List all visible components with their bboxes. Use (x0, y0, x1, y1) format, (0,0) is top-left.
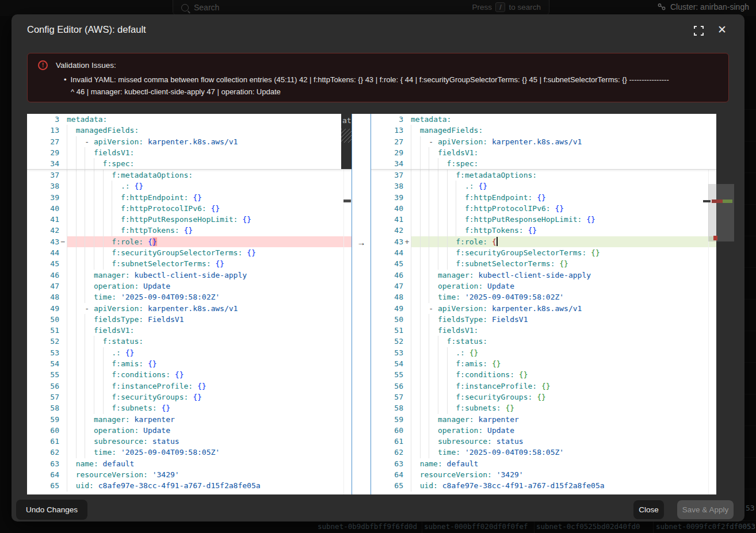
code-line-66[interactable]: 66spec: (27, 492, 352, 494)
diff-editor-sash[interactable]: → (352, 114, 371, 494)
code-line-50[interactable]: 50fieldsType: FieldsV1 (371, 314, 716, 325)
code-line-41[interactable]: 41f:httpPutResponseHopLimit: {} (371, 214, 716, 225)
code-line-45[interactable]: 45f:subnetSelectorTerms: {} (27, 258, 352, 269)
code-line-55[interactable]: 55f:conditions: {} (371, 369, 716, 380)
line-content[interactable]: f:role: {} (67, 236, 352, 247)
code-line-64[interactable]: 64resourceVersion: '3429' (27, 469, 352, 480)
line-content[interactable]: - apiVersion: karpenter.k8s.aws/v1 (67, 136, 352, 147)
line-content[interactable]: time: '2025-09-04T09:58:05Z' (411, 447, 716, 458)
scrollbar-slider[interactable] (708, 184, 716, 241)
code-line-47[interactable]: 47operation: Update (371, 281, 716, 292)
code-line-64[interactable]: 64resourceVersion: '3429' (371, 469, 716, 480)
line-content[interactable]: .: {} (67, 181, 352, 191)
code-line-46[interactable]: 46manager: kubectl-client-side-apply (371, 270, 716, 281)
code-line-57[interactable]: 57f:securityGroups: {} (371, 392, 716, 402)
line-content[interactable]: manager: karpenter (411, 414, 716, 425)
line-content[interactable]: manager: karpenter (67, 414, 352, 425)
line-content[interactable]: operation: Update (411, 281, 716, 292)
line-content[interactable]: metadata: (67, 114, 352, 125)
code-line-38[interactable]: 38.: {} (27, 181, 352, 191)
diff-original-pane[interactable]: 37f:metadataOptions:38.: {}39f:httpEndpo… (27, 114, 352, 494)
code-line-63[interactable]: 63name: default (371, 458, 716, 469)
line-content[interactable]: f:conditions: {} (411, 369, 716, 380)
code-line-44[interactable]: 44f:securityGroupSelectorTerms: {} (27, 247, 352, 258)
code-line-13[interactable]: 13managedFields: (371, 125, 716, 136)
line-content[interactable]: subresource: status (67, 436, 352, 447)
line-content[interactable]: f:conditions: {} (67, 369, 352, 380)
code-line-43[interactable]: 43−f:role: {} (27, 236, 352, 247)
line-content[interactable]: f:httpProtocolIPv6: {} (411, 203, 716, 214)
line-content[interactable]: f:httpTokens: {} (411, 225, 716, 236)
code-line-43[interactable]: 43+f:role: { (371, 236, 716, 247)
line-content[interactable]: f:instanceProfile: {} (67, 381, 352, 392)
code-line-46[interactable]: 46manager: kubectl-client-side-apply (27, 270, 352, 281)
code-line-42[interactable]: 42f:httpTokens: {} (27, 225, 352, 236)
line-content[interactable]: - apiVersion: karpenter.k8s.aws/v1 (67, 303, 352, 314)
line-content[interactable]: operation: Update (67, 281, 352, 292)
code-line-29[interactable]: 29fieldsV1: (371, 147, 716, 158)
line-content[interactable]: f:httpPutResponseHopLimit: {} (67, 214, 352, 225)
code-line-56[interactable]: 56f:instanceProfile: {} (27, 381, 352, 392)
code-line-42[interactable]: 42f:httpTokens: {} (371, 225, 716, 236)
line-content[interactable]: spec: (411, 492, 716, 494)
code-line-34[interactable]: 34f:spec: (27, 158, 352, 169)
code-line-29[interactable]: 29fieldsV1: (27, 147, 352, 158)
line-content[interactable]: fieldsType: FieldsV1 (411, 314, 716, 325)
fullscreen-icon[interactable] (694, 26, 704, 36)
code-line-45[interactable]: 45f:subnetSelectorTerms: {} (371, 258, 716, 269)
line-content[interactable]: uid: c8afe97e-38cc-4f91-a767-d15f2a8fe05… (67, 480, 352, 491)
code-line-66[interactable]: 66spec: (371, 492, 716, 494)
code-line-50[interactable]: 50fieldsType: FieldsV1 (27, 314, 352, 325)
line-content[interactable]: f:metadataOptions: (67, 170, 352, 181)
code-line-40[interactable]: 40f:httpProtocolIPv6: {} (371, 203, 716, 214)
code-line-47[interactable]: 47operation: Update (27, 281, 352, 292)
save-apply-button[interactable]: Save & Apply (677, 500, 734, 519)
code-line-53[interactable]: 53.: {} (27, 347, 352, 358)
code-line-49[interactable]: 49- apiVersion: karpenter.k8s.aws/v1 (371, 303, 716, 314)
line-content[interactable]: fieldsV1: (411, 147, 716, 158)
code-line-60[interactable]: 60operation: Update (27, 425, 352, 436)
code-line-44[interactable]: 44f:securityGroupSelectorTerms: {} (371, 247, 716, 258)
line-content[interactable]: f:instanceProfile: {} (411, 381, 716, 392)
code-line-40[interactable]: 40f:httpProtocolIPv6: {} (27, 203, 352, 214)
code-line-58[interactable]: 58f:subnets: {} (371, 402, 716, 413)
line-content[interactable]: f:amis: {} (67, 358, 352, 369)
line-content[interactable]: fieldsV1: (411, 325, 716, 336)
code-line-39[interactable]: 39f:httpEndpoint: {} (371, 192, 716, 203)
line-content[interactable]: managedFields: (67, 125, 352, 136)
code-line-51[interactable]: 51fieldsV1: (27, 325, 352, 336)
code-line-56[interactable]: 56f:instanceProfile: {} (371, 381, 716, 392)
code-line-51[interactable]: 51fieldsV1: (371, 325, 716, 336)
code-line-54[interactable]: 54f:amis: {} (27, 358, 352, 369)
revert-change-arrow-icon[interactable]: → (352, 237, 371, 248)
line-content[interactable]: time: '2025-09-04T09:58:02Z' (67, 292, 352, 302)
line-content[interactable]: f:amis: {} (411, 358, 716, 369)
line-content[interactable]: time: '2025-09-04T09:58:02Z' (411, 292, 716, 302)
code-line-52[interactable]: 52f:status: (371, 336, 716, 347)
line-content[interactable]: resourceVersion: '3429' (411, 469, 716, 480)
line-content[interactable]: manager: kubectl-client-side-apply (411, 270, 716, 281)
code-line-38[interactable]: 38.: {} (371, 181, 716, 191)
code-line-41[interactable]: 41f:httpPutResponseHopLimit: {} (27, 214, 352, 225)
line-content[interactable]: f:status: (67, 336, 352, 347)
code-line-52[interactable]: 52f:status: (27, 336, 352, 347)
line-content[interactable]: f:httpEndpoint: {} (411, 192, 716, 203)
line-content[interactable]: f:subnetSelectorTerms: {} (411, 258, 716, 269)
diff-modified-pane[interactable]: 37f:metadataOptions:38.: {}39f:httpEndpo… (371, 114, 716, 494)
line-content[interactable]: - apiVersion: karpenter.k8s.aws/v1 (411, 303, 716, 314)
close-button[interactable]: Close (633, 500, 664, 519)
line-content[interactable]: f:securityGroups: {} (67, 392, 352, 402)
modified-code-area[interactable]: 37f:metadataOptions:38.: {}39f:httpEndpo… (371, 170, 716, 494)
line-content[interactable]: resourceVersion: '3429' (67, 469, 352, 480)
line-content[interactable]: f:securityGroupSelectorTerms: {} (411, 247, 716, 258)
line-content[interactable]: name: default (411, 458, 716, 469)
code-line-54[interactable]: 54f:amis: {} (371, 358, 716, 369)
line-content[interactable]: f:role: { (411, 236, 716, 247)
line-content[interactable]: manager: kubectl-client-side-apply (67, 270, 352, 281)
line-content[interactable]: operation: Update (67, 425, 352, 436)
line-content[interactable]: fieldsV1: (67, 325, 352, 336)
code-line-60[interactable]: 60operation: Update (371, 425, 716, 436)
code-line-27[interactable]: 27- apiVersion: karpenter.k8s.aws/v1 (371, 136, 716, 147)
code-line-62[interactable]: 62time: '2025-09-04T09:58:05Z' (27, 447, 352, 458)
line-content[interactable]: f:httpPutResponseHopLimit: {} (411, 214, 716, 225)
